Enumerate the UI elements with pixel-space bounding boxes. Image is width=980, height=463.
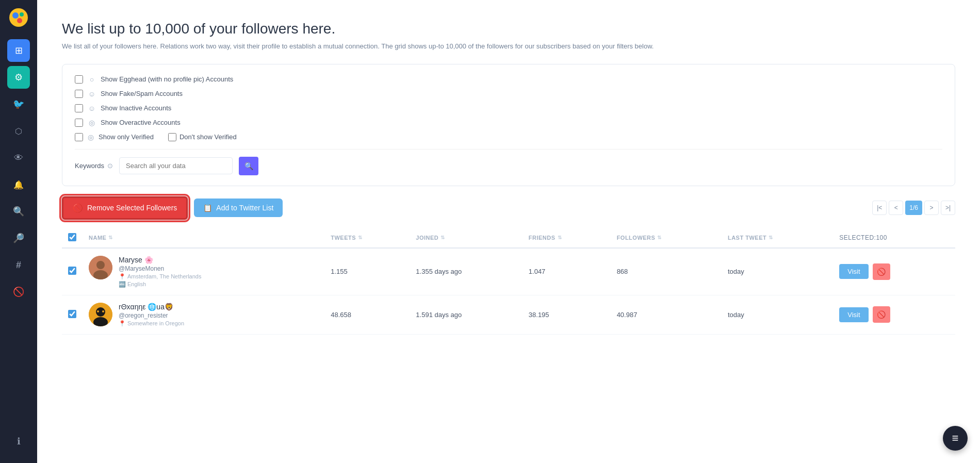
filter-checkbox-hide-verified[interactable] — [168, 133, 176, 141]
app-logo[interactable] — [7, 6, 30, 29]
svg-point-2 — [20, 12, 24, 16]
verified-show-icon: ◎ — [86, 133, 95, 142]
row1-joined: 1.355 days ago — [410, 248, 522, 295]
filter-label-show-verified: Show only Verified — [99, 133, 154, 141]
filter-label-fake: Show Fake/Spam Accounts — [101, 90, 183, 97]
row2-location: 📍 Somewhere in Oregon — [119, 320, 184, 327]
row1-visit-button[interactable]: Visit — [839, 264, 868, 279]
sidebar-item-search[interactable]: 🔍 — [7, 200, 30, 223]
filter-box: ○ Show Egghead (with no profile pic) Acc… — [62, 64, 955, 186]
filter-row-verified: ◎ Show only Verified Don't show Verified — [75, 133, 942, 142]
sidebar-item-graph[interactable]: ⬡ — [7, 120, 30, 142]
sidebar-item-info[interactable]: ℹ — [7, 430, 30, 453]
row1-checkbox[interactable] — [68, 267, 76, 275]
sidebar-item-grid[interactable]: ⊞ — [7, 39, 30, 62]
svg-point-3 — [17, 18, 22, 23]
block-btn-icon2: 🚫 — [877, 310, 886, 319]
remove-label: Remove Selected Followers — [87, 204, 177, 212]
search-icon: 🔍 — [13, 206, 24, 217]
row2-handle: @oregon_resister — [119, 312, 184, 319]
page-first-button[interactable]: |< — [872, 201, 887, 215]
filter-checkbox-show-verified[interactable] — [75, 133, 83, 141]
filter-row-egghead: ○ Show Egghead (with no profile pic) Acc… — [75, 75, 942, 84]
row2-name-cell: rΘxαηηε 🌐ua🦁 @oregon_resister 📍 Somewher… — [83, 295, 324, 334]
page-last-button[interactable]: >| — [941, 201, 955, 215]
page-subtitle: We list all of your followers here. Rela… — [62, 41, 955, 52]
main-content: We list up to 10,000 of your followers h… — [37, 0, 980, 463]
eye-icon: 👁 — [14, 153, 23, 163]
filter-checkbox-fake[interactable] — [75, 90, 83, 98]
row1-actions: Visit 🚫 — [833, 248, 955, 295]
overactive-icon: ◎ — [87, 118, 96, 127]
sort-friends-icon: ⇅ — [558, 235, 562, 240]
row1-display-name: Maryse 🌸 — [119, 256, 201, 264]
search-input[interactable] — [119, 157, 233, 174]
sort-tweets-icon: ⇅ — [358, 235, 363, 240]
col-followers: FOLLOWERS ⇅ — [611, 228, 722, 248]
location-icon2: 📍 — [119, 320, 126, 327]
twitter-list-icon: 📋 — [203, 204, 212, 212]
sidebar-item-hashtag[interactable]: # — [7, 254, 30, 276]
filter-label-inactive: Show Inactive Accounts — [101, 104, 171, 112]
row1-checkbox-cell — [62, 248, 83, 295]
svg-point-1 — [12, 12, 19, 19]
row1-location: 📍 Amsterdam, The Netherlands — [119, 273, 201, 280]
keywords-row: Keywords ⊙ 🔍 — [75, 149, 942, 175]
svg-point-5 — [96, 261, 105, 269]
sidebar-item-block[interactable]: 🚫 — [7, 280, 30, 303]
keywords-text: Keywords — [75, 162, 104, 170]
svg-point-10 — [97, 310, 99, 312]
lang-icon: 🔤 — [119, 281, 126, 288]
page-current: 1/6 — [905, 201, 922, 215]
location-icon: 📍 — [119, 273, 126, 280]
filter-label-overactive: Show Overactive Accounts — [101, 119, 181, 126]
add-twitter-list-button[interactable]: 📋 Add to Twitter List — [194, 199, 283, 217]
row1-block-button[interactable]: 🚫 — [873, 263, 890, 280]
pagination: |< < 1/6 > >| — [872, 201, 955, 215]
bell-icon: 🔔 — [13, 180, 24, 190]
row1-avatar — [89, 256, 112, 279]
col-joined: JOINED ⇅ — [410, 228, 522, 248]
page-next-button[interactable]: > — [924, 201, 939, 215]
egghead-icon: ○ — [87, 75, 96, 84]
select-all-checkbox[interactable] — [68, 233, 76, 241]
row2-checkbox[interactable] — [68, 310, 76, 318]
col-last-tweet: LAST TWEET ⇅ — [722, 228, 833, 248]
sidebar-item-bell[interactable]: 🔔 — [7, 173, 30, 196]
filter-label-egghead: Show Egghead (with no profile pic) Accou… — [101, 75, 233, 83]
page-title: We list up to 10,000 of your followers h… — [62, 21, 955, 37]
col-selected: SELECTED:100 — [833, 228, 955, 248]
col-tweets: TWEETS ⇅ — [324, 228, 410, 248]
filter-checkbox-overactive[interactable] — [75, 119, 83, 127]
search-button[interactable]: 🔍 — [239, 157, 258, 175]
sidebar-item-eye[interactable]: 👁 — [7, 146, 30, 169]
page-prev-button[interactable]: < — [889, 201, 903, 215]
selected-badge: SELECTED:100 — [839, 234, 887, 241]
col-friends: FRIENDS ⇅ — [522, 228, 611, 248]
block-btn-icon: 🚫 — [877, 268, 886, 276]
row2-visit-button[interactable]: Visit — [839, 307, 868, 322]
row2-block-button[interactable]: 🚫 — [873, 306, 890, 323]
row1-user-info: Maryse 🌸 @MaryseMonen 📍 Amsterdam, The N… — [119, 256, 201, 288]
sidebar-item-zoom[interactable]: 🔎 — [7, 227, 30, 250]
block-icon: 🚫 — [13, 286, 24, 297]
remove-selected-button[interactable]: 🚫 Remove Selected Followers — [62, 196, 188, 220]
fake-icon: ☺ — [87, 89, 96, 98]
filter-row-overactive: ◎ Show Overactive Accounts — [75, 118, 942, 127]
keywords-icon: ⊙ — [107, 162, 113, 170]
row2-actions: Visit 🚫 — [833, 295, 955, 334]
search-btn-icon: 🔍 — [244, 162, 253, 170]
row1-name-cell: Maryse 🌸 @MaryseMonen 📍 Amsterdam, The N… — [83, 248, 324, 295]
row1-followers: 868 — [611, 248, 722, 295]
row1-language: 🔤 English — [119, 281, 201, 288]
row1-last-tweet: today — [722, 248, 833, 295]
row1-handle: @MaryseMonen — [119, 265, 201, 272]
sidebar-item-twitter[interactable]: 🐦 — [7, 93, 30, 115]
fab-button[interactable]: ≡ — [943, 426, 968, 451]
filter-checkbox-egghead[interactable] — [75, 75, 83, 84]
row2-checkbox-cell — [62, 295, 83, 334]
filter-row-fake: ☺ Show Fake/Spam Accounts — [75, 89, 942, 98]
sidebar-item-gear[interactable]: ⚙ — [7, 66, 30, 89]
filter-row-inactive: ☺ Show Inactive Accounts — [75, 104, 942, 113]
filter-checkbox-inactive[interactable] — [75, 104, 83, 112]
